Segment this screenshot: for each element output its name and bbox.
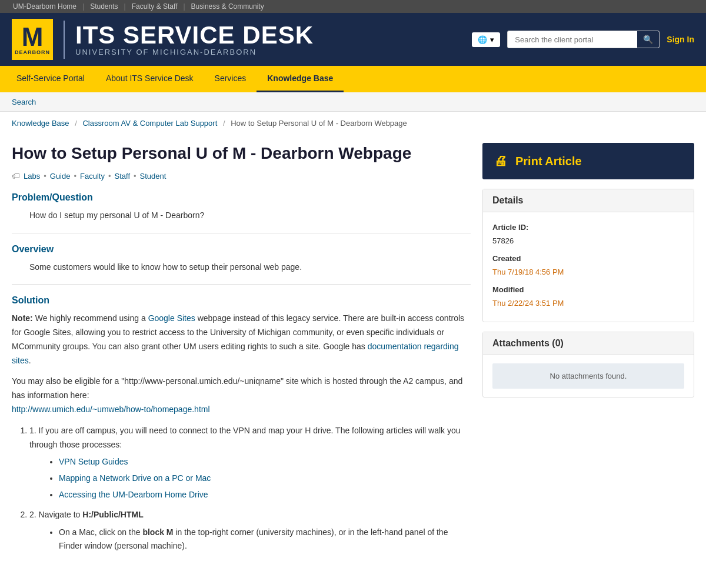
breadcrumb: Knowledge Base / Classroom AV & Computer… [0, 112, 706, 131]
divider-1 [12, 233, 471, 233]
search-input[interactable] [508, 32, 637, 48]
tag-student[interactable]: Student [140, 172, 166, 181]
article-content: How to Setup Personal U of M - Dearborn … [12, 143, 471, 559]
solution-ordered-list: 1. If you are off campus, you will need … [29, 424, 471, 553]
html-path: H:/Public/HTML [82, 510, 143, 519]
header-left: M DEARBORN ITS SERVICE DESK UNIVERSITY O… [12, 19, 314, 60]
modified-value: Thu 2/22/24 3:51 PM [492, 296, 684, 310]
breadcrumb-knowledge-base[interactable]: Knowledge Base [12, 119, 69, 128]
sidebar: 🖨 Print Article Details Article ID: 5782… [482, 143, 694, 397]
logo-m-letter: M [22, 24, 44, 50]
sub-list-item-3: Accessing the UM-Dearborn Home Drive [59, 488, 471, 502]
globe-icon: 🌐 [478, 35, 487, 44]
solution-doc-end: . [29, 356, 31, 365]
search-link[interactable]: Search [12, 98, 36, 106]
nav-self-service[interactable]: Self-Service Portal [6, 66, 95, 92]
tags-icon: 🏷 [12, 171, 20, 181]
printer-icon: 🖨 [494, 153, 507, 169]
details-header: Details [483, 189, 694, 212]
print-article-button[interactable]: 🖨 Print Article [482, 143, 694, 179]
topbar-link-students[interactable]: Students [84, 2, 124, 11]
tag-faculty[interactable]: Faculty [80, 172, 105, 181]
overview-heading: Overview [12, 244, 471, 255]
logo-dearborn-text: DEARBORN [15, 50, 50, 55]
no-attachments-message: No attachments found. [492, 363, 684, 389]
solution-list-item-2: 2. Navigate to H:/Public/HTML On a Mac, … [29, 508, 471, 553]
topbar-link-umdearborn[interactable]: UM-Dearborn Home [7, 2, 82, 11]
nav-services[interactable]: Services [204, 66, 257, 92]
header-search-box: 🔍 [507, 31, 660, 48]
sign-in-link[interactable]: Sign In [667, 35, 694, 44]
nav-about[interactable]: About ITS Service Desk [95, 66, 204, 92]
home-drive-link[interactable]: Accessing the UM-Dearborn Home Drive [59, 490, 208, 499]
article-id-value: 57826 [492, 234, 684, 248]
created-label: Created [492, 254, 521, 263]
sub-list-item-1: VPN Setup Guides [59, 455, 471, 469]
search-icon: 🔍 [643, 35, 653, 44]
breadcrumb-classroom-av[interactable]: Classroom AV & Computer Lab Support [82, 119, 217, 128]
top-bar: UM-Dearborn Home | Students | Faculty & … [0, 0, 706, 13]
overview-body: Some customers would like to know how to… [29, 260, 471, 273]
logo-block: M DEARBORN ITS SERVICE DESK UNIVERSITY O… [12, 19, 314, 60]
site-title-main: ITS SERVICE DESK [75, 23, 314, 48]
logo-divider [64, 21, 65, 59]
article-title: How to Setup Personal U of M - Dearborn … [12, 143, 471, 164]
solution-paragraph-1: Note: We highly recommend using a Google… [12, 312, 471, 368]
details-box: Details Article ID: 57826 Created Thu 7/… [482, 189, 694, 322]
header-right: 🌐 ▾ 🔍 Sign In [472, 31, 694, 48]
article-tags: 🏷 Labs • Guide • Faculty • Staff • Stude… [12, 171, 471, 181]
tag-guide[interactable]: Guide [50, 172, 71, 181]
problem-body: How do I setup my personal U of M - Dear… [29, 209, 471, 222]
tag-staff[interactable]: Staff [115, 172, 131, 181]
modified-label: Modified [492, 285, 524, 294]
tag-labs[interactable]: Labs [24, 172, 40, 181]
solution-body: Note: We highly recommend using a Google… [12, 312, 471, 553]
site-title-subtitle: UNIVERSITY OF MICHIGAN-DEARBORN [75, 48, 314, 56]
solution-paragraph-2: You may also be eligible for a "http://w… [12, 375, 471, 416]
solution-list-item-1: 1. If you are off campus, you will need … [29, 424, 471, 502]
site-title: ITS SERVICE DESK UNIVERSITY OF MICHIGAN-… [75, 23, 314, 56]
google-sites-link[interactable]: Google Sites [148, 313, 195, 323]
solution-sub-list: VPN Setup Guides Mapping a Network Drive… [59, 455, 471, 502]
attachments-header: Attachments (0) [483, 332, 694, 355]
network-drive-link[interactable]: Mapping a Network Drive on a PC or Mac [59, 473, 211, 483]
article-id-label: Article ID: [492, 223, 528, 232]
main-layout: How to Setup Personal U of M - Dearborn … [0, 131, 706, 571]
block-m-bold: block M [142, 527, 173, 537]
topbar-link-business[interactable]: Business & Community [185, 2, 270, 11]
topbar-link-faculty-staff[interactable]: Faculty & Staff [126, 2, 184, 11]
attachments-body: No attachments found. [483, 355, 694, 397]
nav-knowledge-base[interactable]: Knowledge Base [257, 66, 344, 92]
language-selector[interactable]: 🌐 ▾ [472, 32, 500, 47]
lang-dropdown-arrow: ▾ [490, 35, 494, 44]
university-logo: M DEARBORN [12, 19, 53, 60]
header: M DEARBORN ITS SERVICE DESK UNIVERSITY O… [0, 13, 706, 66]
attachments-box: Attachments (0) No attachments found. [482, 332, 694, 397]
umweb-link[interactable]: http://www.umich.edu/~umweb/how-to/homep… [12, 405, 210, 414]
breadcrumb-current: How to Setup Personal U of M - Dearborn … [231, 119, 407, 128]
divider-2 [12, 284, 471, 285]
problem-heading: Problem/Question [12, 192, 471, 203]
vpn-link[interactable]: VPN Setup Guides [59, 457, 128, 466]
solution-note-text: We highly recommend using a [33, 313, 148, 323]
solution-sub-list-2: On a Mac, click on the block M in the to… [59, 526, 471, 554]
details-body: Article ID: 57826 Created Thu 7/19/18 4:… [483, 212, 694, 322]
nav-bar: Self-Service Portal About ITS Service De… [0, 66, 706, 92]
search-button[interactable]: 🔍 [637, 31, 659, 48]
created-value: Thu 7/19/18 4:56 PM [492, 265, 684, 279]
solution-heading: Solution [12, 295, 471, 306]
sub-list-item-2: Mapping a Network Drive on a PC or Mac [59, 472, 471, 486]
sub-list-item-mac: On a Mac, click on the block M in the to… [59, 526, 471, 554]
search-link-bar: Search [0, 92, 706, 112]
note-label: Note: [12, 313, 33, 323]
print-article-label: Print Article [515, 155, 582, 168]
